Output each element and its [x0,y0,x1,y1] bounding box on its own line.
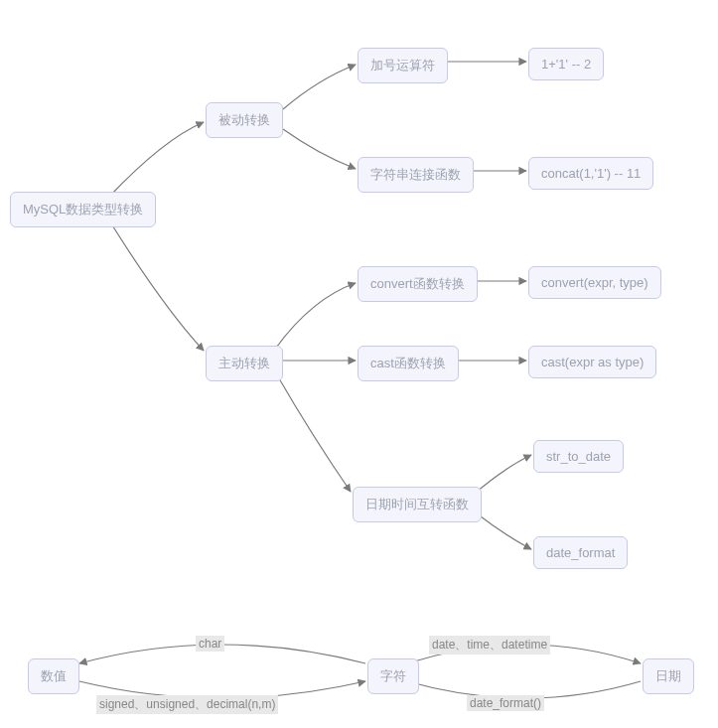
node-numeric: 数值 [28,658,79,694]
node-root: MySQL数据类型转换 [10,192,156,227]
edge-active-datefn [276,373,351,492]
node-cast-example: cast(expr as type) [528,346,656,378]
node-concat-example: concat(1,'1') -- 11 [528,157,653,190]
node-active: 主动转换 [206,346,283,381]
edge-label-char: char [196,636,224,652]
edge-label-date-types: date、time、datetime [429,636,550,655]
edge-label-signed: signed、unsigned、decimal(n,m) [96,695,278,714]
node-plus-operator: 加号运算符 [358,48,448,83]
edge-passive-plus [283,65,356,109]
edge-root-passive [109,122,204,197]
node-convert-fn: convert函数转换 [358,266,478,302]
edge-datefn-fmt [477,513,531,549]
node-plus-example: 1+'1' -- 2 [528,48,604,80]
edge-label-date-format: date_format() [467,695,544,711]
node-date: 日期 [643,658,694,694]
node-string: 字符 [367,658,419,694]
edge-root-active [109,220,204,351]
node-concat-fn: 字符串连接函数 [358,157,474,193]
edge-passive-concat [283,129,356,169]
node-date-fn: 日期时间互转函数 [353,487,482,522]
node-str-to-date: str_to_date [533,440,624,473]
node-cast-fn: cast函数转换 [358,346,459,381]
edge-active-convert [276,283,356,348]
node-convert-example: convert(expr, type) [528,266,661,299]
node-date-format: date_format [533,536,628,569]
node-passive: 被动转换 [206,102,283,138]
edge-datefn-str [477,455,531,492]
